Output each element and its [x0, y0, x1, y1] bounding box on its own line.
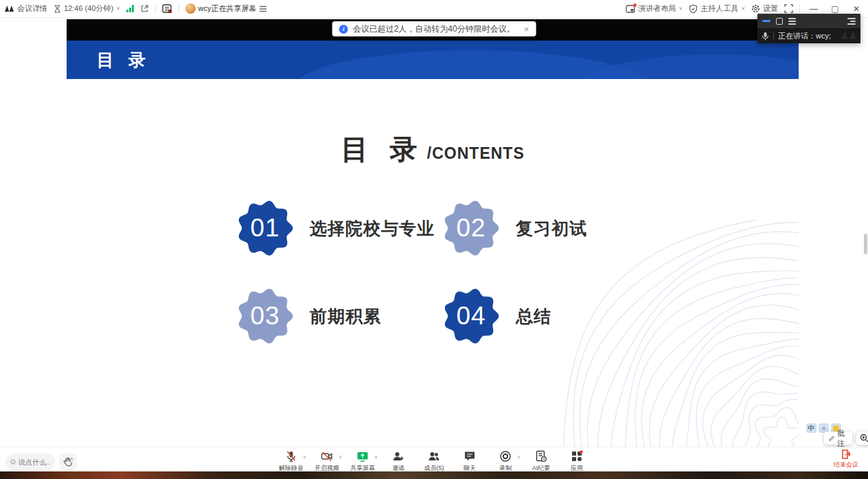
members-button[interactable]: 成员(5): [418, 448, 450, 473]
gallery-view-icon[interactable]: [776, 18, 783, 25]
divider: [773, 32, 774, 40]
chevron-down-icon[interactable]: ∨: [303, 454, 306, 460]
end-meeting-button[interactable]: 结束会议: [830, 449, 863, 469]
invite-button[interactable]: 邀请: [382, 448, 414, 473]
toc-item-2: 02 复习初试: [443, 200, 587, 256]
meeting-details-button[interactable]: 会议详情: [4, 3, 47, 14]
app-topbar: 会议详情 12:46 (40分钟) ∨: [0, 0, 868, 18]
apps-button[interactable]: 应用: [561, 448, 593, 473]
topbar-right: 演讲者布局 ∨ 主持人工具 ∨ 设置: [626, 3, 864, 15]
toc-number: 02: [443, 200, 499, 256]
divider: [179, 4, 179, 13]
magnifier-button[interactable]: [856, 432, 868, 445]
camera-muted-icon: [321, 450, 333, 463]
chevron-down-icon: ∨: [116, 6, 120, 11]
settings-button[interactable]: 设置: [751, 3, 778, 14]
toc-badge-02: 02: [443, 200, 499, 256]
toc-number: 03: [237, 288, 293, 344]
fullscreen-icon[interactable]: [784, 4, 793, 13]
gear-icon: [751, 4, 760, 13]
panel-minimize-icon[interactable]: [762, 20, 770, 22]
toc-label: 选择院校与专业: [310, 217, 435, 240]
settings-label: 设置: [763, 3, 778, 14]
end-meeting-label: 结束会议: [834, 460, 858, 469]
speaker-panel: 正在讲话：wcy;: [757, 14, 860, 43]
raise-hand-button[interactable]: [59, 454, 77, 470]
pen-icon: [829, 434, 834, 443]
layout-label: 演讲者布局: [638, 3, 676, 14]
microphone-muted-icon: [285, 450, 297, 463]
share-screen-button[interactable]: ∨ 共享屏幕: [347, 448, 378, 473]
host-tools-label: 主持人工具: [700, 3, 738, 14]
sharing-status[interactable]: wcy正在共享屏幕: [185, 3, 268, 14]
chat-input-box[interactable]: [5, 454, 55, 470]
sharer-avatar: [185, 3, 196, 14]
info-icon: i: [339, 25, 348, 34]
record-button[interactable]: ∨ 录制: [490, 448, 521, 473]
exit-door-icon: [841, 449, 852, 460]
toc-badge-03: 03: [237, 288, 293, 344]
raise-hand-icon: [63, 457, 73, 467]
toc-badge-04: 04: [443, 288, 499, 344]
toc-number: 04: [443, 288, 499, 344]
toolbar-center: ∨ 解除静音 ∨ 开启视频 ∨ 共享屏幕: [275, 448, 593, 473]
annotation-tools: 批注: [824, 432, 868, 445]
toc-item-4: 04 总结: [443, 288, 551, 344]
chevron-down-icon[interactable]: ∨: [339, 454, 342, 460]
share-screen-icon: [356, 450, 369, 463]
ai-notes-button[interactable]: AI纪要: [525, 448, 557, 473]
divider: [799, 4, 800, 13]
view-options-icon: [259, 5, 267, 12]
ime-mode-button[interactable]: 中: [806, 423, 816, 433]
apps-grid-icon: [571, 450, 583, 463]
pop-out-icon[interactable]: [140, 4, 149, 13]
scrollbar[interactable]: [864, 234, 867, 254]
emoji-icon: [10, 458, 16, 466]
speaker-panel-controls: [757, 14, 860, 28]
toc-badge-01: 01: [237, 200, 293, 256]
speaker-name: wcy;: [816, 32, 831, 40]
meeting-timer[interactable]: 12:46 (40分钟) ∨: [54, 3, 120, 14]
banner-close-icon[interactable]: ×: [524, 25, 529, 34]
chat-button[interactable]: 聊天: [454, 448, 486, 473]
meeting-time: 12:46 (40分钟): [64, 3, 113, 14]
list-view-icon[interactable]: [788, 18, 796, 25]
slide-title: 目 录 /CONTENTS: [67, 131, 799, 168]
meeting-details-label: 会议详情: [17, 3, 47, 14]
shared-app-icon[interactable]: [162, 4, 172, 14]
network-signal-icon[interactable]: [126, 5, 134, 12]
annotate-label: 批注: [837, 428, 847, 449]
sharing-status-label: wcy正在共享屏幕: [198, 3, 257, 14]
topbar-left: 会议详情 12:46 (40分钟) ∨: [4, 3, 267, 14]
members-icon: [428, 450, 440, 463]
unmute-button[interactable]: ∨ 解除静音: [275, 448, 307, 473]
start-video-button[interactable]: ∨ 开启视频: [311, 448, 343, 473]
maximize-button[interactable]: ▢: [827, 3, 843, 15]
active-speaker-row: 正在讲话：wcy;: [757, 28, 860, 43]
slide-header-title: 目 录: [97, 41, 150, 79]
meeting-toolbar: ∨ 解除静音 ∨ 开启视频 ∨ 共享屏幕: [0, 447, 868, 471]
chevron-down-icon[interactable]: ∨: [517, 454, 521, 460]
meeting-limit-banner: i 会议已超过2人，自动转为40分钟限时会议。 ×: [332, 21, 536, 36]
close-button[interactable]: ✕: [849, 3, 864, 15]
magnifier-icon: [860, 434, 868, 443]
slide-title-cn: 目 录: [341, 134, 424, 164]
panel-collapse-icon[interactable]: [847, 18, 856, 25]
divider: [155, 4, 156, 13]
chat-input[interactable]: [19, 458, 50, 466]
chevron-down-icon: ∨: [678, 6, 683, 11]
toc-item-3: 03 前期积累: [237, 288, 381, 344]
notification-dot: [633, 3, 637, 7]
toc-number: 01: [237, 200, 293, 256]
record-icon: [499, 450, 512, 463]
toc-label: 总结: [516, 305, 551, 328]
minimize-button[interactable]: —: [806, 3, 821, 15]
layout-switch-button[interactable]: 演讲者布局 ∨: [626, 3, 683, 14]
host-tools-button[interactable]: 主持人工具 ∨: [689, 3, 745, 14]
slide-body: 目 录 /CONTENTS 01 选择院校与专业 02 复习初试: [67, 79, 799, 447]
shield-icon: [689, 4, 698, 14]
annotate-button[interactable]: 批注: [824, 432, 852, 445]
chevron-down-icon[interactable]: ∨: [374, 454, 378, 460]
shared-slide: 目 录 目 录 /CONTENTS 01 选择院校与专业: [67, 19, 799, 447]
invite-person-icon: [392, 450, 404, 463]
